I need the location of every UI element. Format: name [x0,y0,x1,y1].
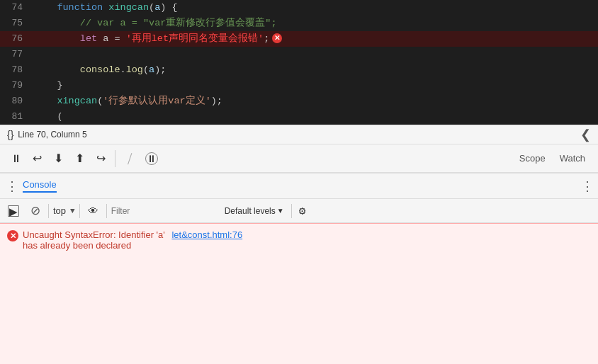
default-levels-label: Default levels [225,206,276,216]
default-levels-button[interactable]: Default levels ▼ [222,205,287,217]
step-button[interactable]: ↪ [91,149,111,168]
line-number-78: 78 [0,62,34,78]
pause-button[interactable]: ⏸ [6,149,26,167]
code-line-75: 75 // var a = "var重新修改行参值会覆盖"; [0,16,598,31]
console-more-icon[interactable]: ⋮ [581,178,592,194]
eye-icon: 👁 [88,205,98,217]
eye-button[interactable]: 👁 [84,203,102,219]
line-number-74: 74 [0,0,34,16]
status-position: Line 70, Column 5 [18,130,86,140]
step-out-button[interactable]: ⬆ [69,149,89,168]
console-header: ⋮ Console ⋮ [0,174,598,199]
debug-tabs: Scope Watch [512,150,592,167]
code-line-77: 77 [0,47,598,62]
clear-console-button[interactable]: ▶ [4,203,23,219]
block-button[interactable]: ⊘ [27,201,44,220]
console-divider-4 [291,204,292,218]
code-line-81: 81 ( [0,109,598,125]
console-menu-icon[interactable]: ⋮ [6,178,17,194]
code-content-76: let a = '再用let声明同名变量会报错';✕ [34,31,598,47]
console-section: ⋮ Console ⋮ ▶ ⊘ top ▼ 👁 Default levels ▼… [0,173,598,364]
curly-braces-icon: {} [7,129,13,140]
toolbar-divider-1 [115,150,115,167]
step-into-icon: ⬇ [54,152,63,165]
line-number-77: 77 [0,47,34,62]
code-line-74: 74 function xingcan(a) { [0,0,598,16]
console-toolbar: ▶ ⊘ top ▼ 👁 Default levels ▼ ⚙ [0,199,598,223]
block-icon: ⊘ [30,203,40,218]
context-selector-arrow[interactable]: ▼ [70,207,75,215]
context-selector-label: top [53,205,66,216]
pause-on-exceptions-button[interactable]: ⏸ [141,149,162,168]
pause-exceptions-icon: ⏸ [145,152,158,165]
step-into-button[interactable]: ⬇ [48,149,68,168]
step-over-icon: ↩ [33,152,42,165]
error-source-link[interactable]: let&const.html:76 [171,229,242,240]
console-divider-2 [79,204,80,218]
console-divider-3 [106,204,107,218]
line-number-81: 81 [0,109,34,125]
scope-tab[interactable]: Scope [512,150,553,168]
error-message-2: has already been declared [23,240,131,251]
code-line-78: 78 console.log(a); [0,62,598,78]
step-out-icon: ⬆ [75,152,84,165]
console-tab[interactable]: Console [23,179,57,193]
error-circle-icon: ✕ [7,230,18,241]
levels-dropdown-arrow: ▼ [277,207,284,215]
error-text: Uncaught SyntaxError: Identifier 'a' let… [23,229,591,251]
line-number-79: 79 [0,78,34,93]
debugger-toolbar: ⏸ ↩ ⬇ ⬆ ↪ ⧸ ⏸ Scope Watch [0,144,598,173]
code-line-80: 80 xingcan('行参默认认用var定义'); [0,93,598,109]
line-number-76: 76 [0,31,34,47]
code-content-78: console.log(a); [34,62,598,78]
deactivate-breakpoints-button[interactable]: ⧸ [120,149,140,168]
error-area: ✕ Uncaught SyntaxError: Identifier 'a' l… [0,223,598,364]
code-content-74: function xingcan(a) { [34,0,598,16]
error-icon-76: ✕ [272,33,282,43]
line-number-80: 80 [0,93,34,109]
status-bar: {} Line 70, Column 5 ❮ [0,125,598,144]
pause-icon: ⏸ [11,152,21,164]
deactivate-icon: ⧸ [128,152,132,165]
code-content-79: } [34,78,598,93]
watch-tab[interactable]: Watch [553,150,592,168]
code-editor: 74 function xingcan(a) { 75 // var a = "… [0,0,598,125]
clear-icon: ▶ [8,205,19,217]
collapse-icon[interactable]: ❮ [580,127,591,142]
code-line-76: 76 let a = '再用let声明同名变量会报错';✕ [0,31,598,47]
step-icon: ↪ [96,152,106,165]
code-line-79: 79 } [0,78,598,93]
code-content-81: ( [34,109,598,125]
console-divider-1 [48,204,49,218]
console-settings-icon[interactable]: ⚙ [299,204,306,218]
step-over-button[interactable]: ↩ [27,149,47,168]
error-message-1: Uncaught SyntaxError: Identifier 'a' [23,229,165,240]
code-content-80: xingcan('行参默认认用var定义'); [34,93,598,109]
filter-input[interactable] [111,206,218,216]
status-bar-left: {} Line 70, Column 5 [7,129,87,140]
code-content-75: // var a = "var重新修改行参值会覆盖"; [34,16,598,31]
line-number-75: 75 [0,16,34,31]
